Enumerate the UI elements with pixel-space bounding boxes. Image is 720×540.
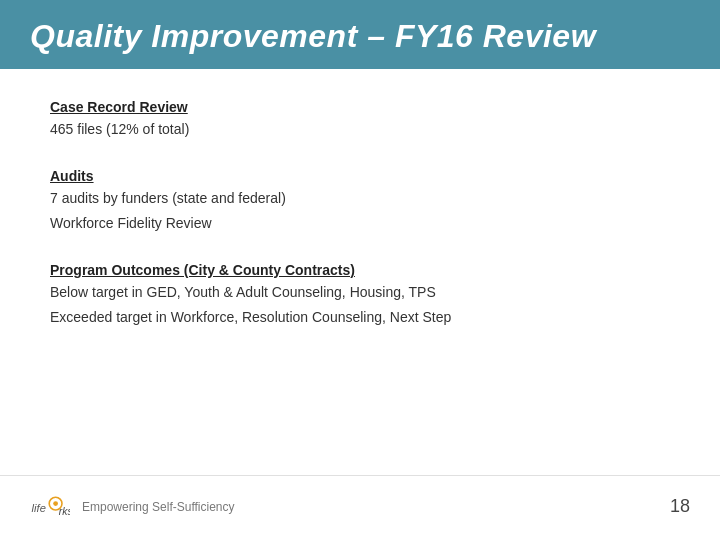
slide-header: Quality Improvement – FY16 Review <box>0 0 720 69</box>
slide-footer: life rks Empowering Self-Sufficiency 18 <box>0 475 720 540</box>
slide-content: Case Record Review465 files (12% of tota… <box>0 69 720 475</box>
svg-point-2 <box>53 501 58 506</box>
slide: Quality Improvement – FY16 Review Case R… <box>0 0 720 540</box>
section-line: Workforce Fidelity Review <box>50 213 670 234</box>
section-line: 465 files (12% of total) <box>50 119 670 140</box>
section-title-program-outcomes: Program Outcomes (City & County Contract… <box>50 262 670 278</box>
section-line: 7 audits by funders (state and federal) <box>50 188 670 209</box>
section-audits: Audits7 audits by funders (state and fed… <box>50 168 670 234</box>
section-case-record: Case Record Review465 files (12% of tota… <box>50 99 670 140</box>
section-program-outcomes: Program Outcomes (City & County Contract… <box>50 262 670 328</box>
section-line: Below target in GED, Youth & Adult Couns… <box>50 282 670 303</box>
logo-tagline: Empowering Self-Sufficiency <box>78 497 235 515</box>
svg-text:life: life <box>32 502 46 514</box>
slide-title: Quality Improvement – FY16 Review <box>30 18 690 55</box>
section-title-audits: Audits <box>50 168 670 184</box>
lifeworks-logo-icon: life rks <box>30 486 70 526</box>
logo-area: life rks Empowering Self-Sufficiency <box>30 486 235 526</box>
page-number: 18 <box>670 496 690 517</box>
svg-text:rks: rks <box>59 506 70 517</box>
section-line: Exceeded target in Workforce, Resolution… <box>50 307 670 328</box>
section-title-case-record: Case Record Review <box>50 99 670 115</box>
